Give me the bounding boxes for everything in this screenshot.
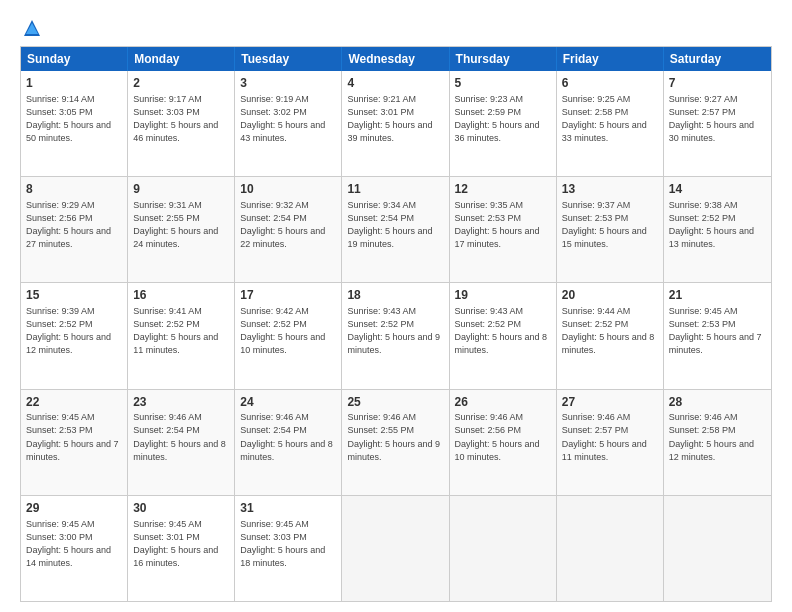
cell-info: Sunrise: 9:32 AM Sunset: 2:54 PM Dayligh… (240, 199, 336, 251)
day-number: 21 (669, 287, 766, 304)
cell-info: Sunrise: 9:45 AM Sunset: 2:53 PM Dayligh… (26, 411, 122, 463)
day-number: 28 (669, 394, 766, 411)
day-number: 13 (562, 181, 658, 198)
calendar-row: 15Sunrise: 9:39 AM Sunset: 2:52 PM Dayli… (21, 283, 771, 389)
header (20, 18, 772, 36)
day-number: 17 (240, 287, 336, 304)
cell-info: Sunrise: 9:23 AM Sunset: 2:59 PM Dayligh… (455, 93, 551, 145)
cell-info: Sunrise: 9:17 AM Sunset: 3:03 PM Dayligh… (133, 93, 229, 145)
calendar-cell: 23Sunrise: 9:46 AM Sunset: 2:54 PM Dayli… (128, 390, 235, 495)
cell-info: Sunrise: 9:39 AM Sunset: 2:52 PM Dayligh… (26, 305, 122, 357)
day-number: 8 (26, 181, 122, 198)
cell-info: Sunrise: 9:45 AM Sunset: 2:53 PM Dayligh… (669, 305, 766, 357)
day-number: 29 (26, 500, 122, 517)
day-number: 1 (26, 75, 122, 92)
day-number: 26 (455, 394, 551, 411)
cell-info: Sunrise: 9:44 AM Sunset: 2:52 PM Dayligh… (562, 305, 658, 357)
cell-info: Sunrise: 9:43 AM Sunset: 2:52 PM Dayligh… (347, 305, 443, 357)
calendar-cell: 15Sunrise: 9:39 AM Sunset: 2:52 PM Dayli… (21, 283, 128, 388)
calendar-cell: 20Sunrise: 9:44 AM Sunset: 2:52 PM Dayli… (557, 283, 664, 388)
day-number: 2 (133, 75, 229, 92)
cell-info: Sunrise: 9:21 AM Sunset: 3:01 PM Dayligh… (347, 93, 443, 145)
day-number: 23 (133, 394, 229, 411)
cell-info: Sunrise: 9:38 AM Sunset: 2:52 PM Dayligh… (669, 199, 766, 251)
cell-info: Sunrise: 9:43 AM Sunset: 2:52 PM Dayligh… (455, 305, 551, 357)
calendar-cell: 13Sunrise: 9:37 AM Sunset: 2:53 PM Dayli… (557, 177, 664, 282)
calendar-cell (342, 496, 449, 601)
calendar-cell: 16Sunrise: 9:41 AM Sunset: 2:52 PM Dayli… (128, 283, 235, 388)
cell-info: Sunrise: 9:14 AM Sunset: 3:05 PM Dayligh… (26, 93, 122, 145)
calendar-cell: 3Sunrise: 9:19 AM Sunset: 3:02 PM Daylig… (235, 71, 342, 176)
calendar-cell: 1Sunrise: 9:14 AM Sunset: 3:05 PM Daylig… (21, 71, 128, 176)
calendar-cell: 12Sunrise: 9:35 AM Sunset: 2:53 PM Dayli… (450, 177, 557, 282)
day-number: 19 (455, 287, 551, 304)
day-number: 15 (26, 287, 122, 304)
calendar-cell: 18Sunrise: 9:43 AM Sunset: 2:52 PM Dayli… (342, 283, 449, 388)
cell-info: Sunrise: 9:45 AM Sunset: 3:01 PM Dayligh… (133, 518, 229, 570)
day-number: 7 (669, 75, 766, 92)
day-number: 11 (347, 181, 443, 198)
calendar-cell: 2Sunrise: 9:17 AM Sunset: 3:03 PM Daylig… (128, 71, 235, 176)
calendar-row: 1Sunrise: 9:14 AM Sunset: 3:05 PM Daylig… (21, 71, 771, 177)
calendar-cell: 27Sunrise: 9:46 AM Sunset: 2:57 PM Dayli… (557, 390, 664, 495)
weekday-header-saturday: Saturday (664, 47, 771, 71)
cell-info: Sunrise: 9:35 AM Sunset: 2:53 PM Dayligh… (455, 199, 551, 251)
calendar-cell: 24Sunrise: 9:46 AM Sunset: 2:54 PM Dayli… (235, 390, 342, 495)
calendar-cell: 4Sunrise: 9:21 AM Sunset: 3:01 PM Daylig… (342, 71, 449, 176)
day-number: 4 (347, 75, 443, 92)
day-number: 9 (133, 181, 229, 198)
calendar-cell: 10Sunrise: 9:32 AM Sunset: 2:54 PM Dayli… (235, 177, 342, 282)
cell-info: Sunrise: 9:46 AM Sunset: 2:55 PM Dayligh… (347, 411, 443, 463)
calendar-header: SundayMondayTuesdayWednesdayThursdayFrid… (21, 47, 771, 71)
cell-info: Sunrise: 9:25 AM Sunset: 2:58 PM Dayligh… (562, 93, 658, 145)
day-number: 22 (26, 394, 122, 411)
day-number: 30 (133, 500, 229, 517)
weekday-header-friday: Friday (557, 47, 664, 71)
calendar-cell (664, 496, 771, 601)
calendar-cell: 19Sunrise: 9:43 AM Sunset: 2:52 PM Dayli… (450, 283, 557, 388)
day-number: 20 (562, 287, 658, 304)
calendar-cell: 31Sunrise: 9:45 AM Sunset: 3:03 PM Dayli… (235, 496, 342, 601)
calendar-cell (450, 496, 557, 601)
calendar: SundayMondayTuesdayWednesdayThursdayFrid… (20, 46, 772, 602)
calendar-row: 22Sunrise: 9:45 AM Sunset: 2:53 PM Dayli… (21, 390, 771, 496)
cell-info: Sunrise: 9:46 AM Sunset: 2:54 PM Dayligh… (240, 411, 336, 463)
cell-info: Sunrise: 9:27 AM Sunset: 2:57 PM Dayligh… (669, 93, 766, 145)
calendar-cell: 11Sunrise: 9:34 AM Sunset: 2:54 PM Dayli… (342, 177, 449, 282)
calendar-cell: 22Sunrise: 9:45 AM Sunset: 2:53 PM Dayli… (21, 390, 128, 495)
logo (20, 18, 42, 36)
weekday-header-wednesday: Wednesday (342, 47, 449, 71)
day-number: 31 (240, 500, 336, 517)
calendar-cell: 5Sunrise: 9:23 AM Sunset: 2:59 PM Daylig… (450, 71, 557, 176)
weekday-header-sunday: Sunday (21, 47, 128, 71)
day-number: 14 (669, 181, 766, 198)
day-number: 10 (240, 181, 336, 198)
cell-info: Sunrise: 9:46 AM Sunset: 2:56 PM Dayligh… (455, 411, 551, 463)
day-number: 6 (562, 75, 658, 92)
calendar-cell: 6Sunrise: 9:25 AM Sunset: 2:58 PM Daylig… (557, 71, 664, 176)
day-number: 12 (455, 181, 551, 198)
cell-info: Sunrise: 9:37 AM Sunset: 2:53 PM Dayligh… (562, 199, 658, 251)
calendar-body: 1Sunrise: 9:14 AM Sunset: 3:05 PM Daylig… (21, 71, 771, 601)
calendar-cell: 17Sunrise: 9:42 AM Sunset: 2:52 PM Dayli… (235, 283, 342, 388)
calendar-cell: 7Sunrise: 9:27 AM Sunset: 2:57 PM Daylig… (664, 71, 771, 176)
calendar-cell: 21Sunrise: 9:45 AM Sunset: 2:53 PM Dayli… (664, 283, 771, 388)
calendar-row: 8Sunrise: 9:29 AM Sunset: 2:56 PM Daylig… (21, 177, 771, 283)
cell-info: Sunrise: 9:42 AM Sunset: 2:52 PM Dayligh… (240, 305, 336, 357)
cell-info: Sunrise: 9:46 AM Sunset: 2:54 PM Dayligh… (133, 411, 229, 463)
cell-info: Sunrise: 9:46 AM Sunset: 2:57 PM Dayligh… (562, 411, 658, 463)
calendar-cell (557, 496, 664, 601)
cell-info: Sunrise: 9:41 AM Sunset: 2:52 PM Dayligh… (133, 305, 229, 357)
day-number: 25 (347, 394, 443, 411)
cell-info: Sunrise: 9:29 AM Sunset: 2:56 PM Dayligh… (26, 199, 122, 251)
day-number: 27 (562, 394, 658, 411)
calendar-cell: 28Sunrise: 9:46 AM Sunset: 2:58 PM Dayli… (664, 390, 771, 495)
day-number: 3 (240, 75, 336, 92)
cell-info: Sunrise: 9:45 AM Sunset: 3:03 PM Dayligh… (240, 518, 336, 570)
day-number: 5 (455, 75, 551, 92)
calendar-cell: 26Sunrise: 9:46 AM Sunset: 2:56 PM Dayli… (450, 390, 557, 495)
calendar-cell: 25Sunrise: 9:46 AM Sunset: 2:55 PM Dayli… (342, 390, 449, 495)
calendar-cell: 9Sunrise: 9:31 AM Sunset: 2:55 PM Daylig… (128, 177, 235, 282)
weekday-header-tuesday: Tuesday (235, 47, 342, 71)
calendar-row: 29Sunrise: 9:45 AM Sunset: 3:00 PM Dayli… (21, 496, 771, 601)
